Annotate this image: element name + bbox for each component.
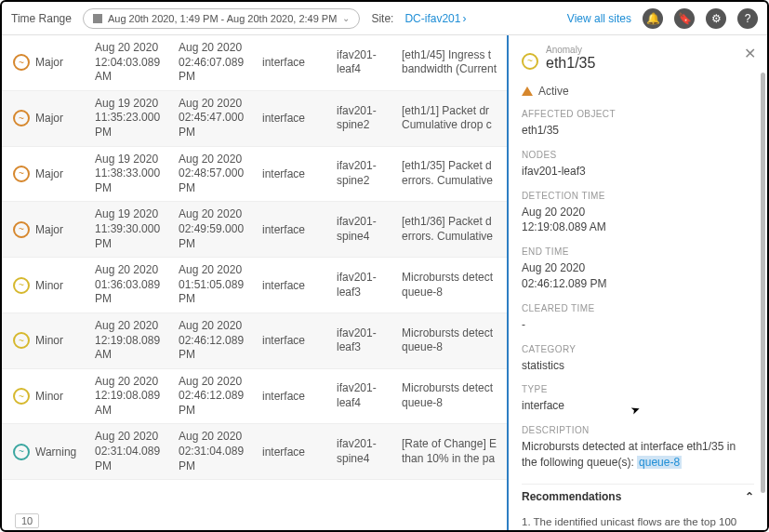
nodes-label: NODES: [522, 150, 754, 160]
severity-icon: ~: [13, 444, 30, 460]
start-time: Aug 20 202002:31:04.089PM: [95, 430, 179, 473]
close-icon[interactable]: ✕: [744, 45, 756, 62]
category-cell: interface: [262, 167, 337, 180]
table-row[interactable]: ~WarningAug 20 202002:31:04.089PMAug 20 …: [2, 424, 507, 480]
scrollbar[interactable]: [761, 73, 765, 493]
node-cell: ifav201-spine2: [337, 159, 402, 188]
status-row: Active: [522, 85, 754, 98]
description-value: Microbursts detected at interface eth1/3…: [522, 439, 754, 471]
category-cell: interface: [262, 334, 337, 347]
type-label: TYPE: [522, 384, 754, 394]
node-cell: ifav201-spine2: [337, 104, 402, 133]
bell-icon[interactable]: 🔔: [643, 8, 663, 29]
bookmark-icon[interactable]: 🔖: [674, 8, 695, 29]
nodes-value: ifav201-leaf3: [522, 164, 754, 180]
category-cell: interface: [262, 223, 337, 236]
start-time: Aug 20 202012:04:03.089AM: [95, 41, 179, 85]
severity-icon: ~: [13, 54, 30, 71]
category-cell: interface: [262, 446, 337, 459]
start-time: Aug 19 202011:38:33.000PM: [95, 153, 179, 196]
description-cell: [eth1/1] Packet drCumulative drop c: [402, 104, 507, 133]
table-row[interactable]: ~MajorAug 19 202011:39:30.000PMAug 20 20…: [2, 202, 507, 258]
category-cell: interface: [262, 390, 337, 403]
node-cell: ifav201-spine4: [337, 215, 402, 244]
severity-icon: ~: [13, 332, 30, 349]
node-cell: ifav201-leaf3: [337, 326, 402, 355]
end-time: Aug 20 202002:46:07.089PM: [179, 41, 262, 85]
start-time: Aug 19 202011:39:30.000PM: [95, 207, 179, 251]
anomaly-table: ~MajorAug 20 202012:04:03.089AMAug 20 20…: [2, 35, 507, 530]
description-label: DESCRIPTION: [522, 425, 754, 435]
recommendations-toggle[interactable]: Recommendations ⌃: [522, 484, 754, 509]
detection-label: DETECTION TIME: [522, 191, 754, 201]
anomaly-label: Anomaly: [546, 45, 595, 55]
warning-icon: [522, 86, 533, 96]
view-all-sites-link[interactable]: View all sites: [567, 12, 631, 25]
severity-text: Major: [35, 112, 63, 125]
detection-value: Aug 20 202012:19:08.089 AM: [522, 205, 754, 236]
node-cell: ifav201-leaf4: [337, 48, 402, 77]
main-content: ~MajorAug 20 202012:04:03.089AMAug 20 20…: [2, 35, 767, 530]
category-cell: interface: [262, 56, 337, 69]
cleared-label: CLEARED TIME: [522, 303, 754, 313]
end-time: Aug 20 202002:45:47.000PM: [179, 97, 262, 140]
table-row[interactable]: ~MinorAug 20 202012:19:08.089AMAug 20 20…: [2, 313, 507, 369]
severity-text: Minor: [35, 279, 63, 292]
description-cell: Microbursts detectqueue-8: [402, 381, 507, 410]
severity-text: Major: [35, 56, 63, 69]
node-cell: ifav201-spine4: [337, 437, 402, 466]
chevron-down-icon: ⌄: [342, 13, 350, 23]
severity-icon: ~: [522, 53, 538, 70]
severity-text: Major: [35, 167, 63, 180]
description-cell: [eth1/45] Ingress tbandwidth (Current: [402, 48, 507, 77]
type-value: interface: [522, 398, 754, 414]
table-row[interactable]: ~MinorAug 20 202001:36:03.089PMAug 20 20…: [2, 258, 507, 313]
description-cell: [eth1/36] Packet derrors. Cumulative: [402, 215, 507, 244]
queue-link[interactable]: queue-8: [637, 456, 682, 469]
table-row[interactable]: ~MinorAug 20 202012:19:08.089AMAug 20 20…: [2, 369, 507, 425]
site-value: DC-ifav201: [404, 12, 460, 25]
end-label: END TIME: [522, 246, 754, 257]
status-value: Active: [538, 85, 569, 98]
top-bar: Time Range Aug 20th 2020, 1:49 PM - Aug …: [2, 2, 767, 35]
anomaly-title: eth1/35: [546, 55, 595, 72]
table-row[interactable]: ~MajorAug 19 202011:38:33.000PMAug 20 20…: [2, 147, 507, 203]
end-time: Aug 20 202002:46:12.089PM: [179, 375, 262, 419]
page-size-select[interactable]: 10: [15, 513, 39, 528]
gear-icon[interactable]: ⚙: [706, 8, 726, 29]
time-range-picker[interactable]: Aug 20th 2020, 1:49 PM - Aug 20th 2020, …: [83, 8, 360, 29]
end-time: Aug 20 202002:31:04.089PM: [179, 430, 262, 473]
cleared-value: -: [522, 317, 754, 333]
chevron-right-icon: ›: [462, 12, 466, 25]
severity-text: Warning: [35, 446, 76, 459]
calendar-icon: [93, 14, 102, 23]
affected-value: eth1/35: [522, 123, 754, 139]
recommendations-body: 1. The identified unicast flows are the …: [522, 514, 754, 530]
category-cell: interface: [262, 279, 337, 292]
description-cell: [Rate of Change] Ethan 10% in the pa: [402, 437, 507, 466]
help-icon[interactable]: ?: [737, 8, 758, 29]
category-cell: interface: [262, 112, 337, 125]
site-label: Site:: [371, 12, 393, 25]
severity-text: Minor: [35, 334, 63, 347]
severity-text: Minor: [35, 390, 63, 403]
start-time: Aug 20 202001:36:03.089PM: [95, 263, 179, 307]
detail-panel: ✕ ~ Anomaly eth1/35 Active AFFECTED OBJE…: [507, 35, 767, 530]
table-row[interactable]: ~MajorAug 19 202011:35:23.000PMAug 20 20…: [2, 91, 507, 147]
start-time: Aug 20 202012:19:08.089AM: [95, 319, 179, 363]
start-time: Aug 20 202012:19:08.089AM: [95, 375, 179, 419]
category-label: CATEGORY: [522, 344, 754, 354]
node-cell: ifav201-leaf3: [337, 271, 402, 299]
node-cell: ifav201-leaf4: [337, 381, 402, 410]
severity-icon: ~: [13, 221, 30, 238]
description-cell: Microbursts detectqueue-8: [402, 326, 507, 355]
end-time: Aug 20 202002:49:59.000PM: [179, 207, 262, 251]
site-link[interactable]: DC-ifav201 ›: [404, 12, 466, 25]
severity-icon: ~: [13, 110, 30, 126]
end-time: Aug 20 202002:48:57.000PM: [179, 153, 262, 196]
severity-text: Major: [35, 223, 63, 236]
end-time: Aug 20 202002:46:12.089PM: [179, 319, 262, 363]
chevron-up-icon: ⌃: [745, 490, 754, 503]
time-range-value: Aug 20th 2020, 1:49 PM - Aug 20th 2020, …: [108, 13, 337, 24]
table-row[interactable]: ~MajorAug 20 202012:04:03.089AMAug 20 20…: [2, 35, 507, 91]
